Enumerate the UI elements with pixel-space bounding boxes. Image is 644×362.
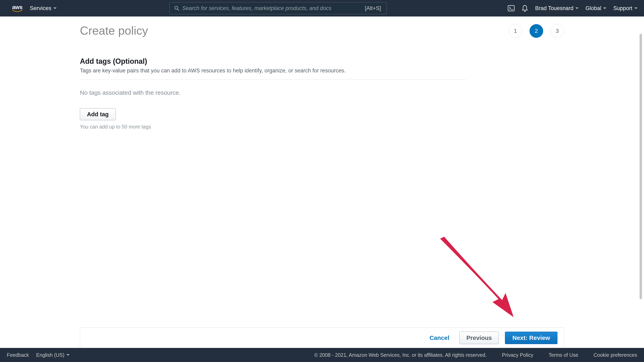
region-label: Global bbox=[586, 5, 601, 11]
support-label: Support bbox=[613, 5, 632, 11]
tag-limit-hint: You can add up to 50 more tags bbox=[80, 124, 466, 130]
wizard-footer: Cancel Previous Next: Review bbox=[80, 328, 564, 348]
search-input[interactable] bbox=[182, 5, 365, 11]
language-label: English (US) bbox=[36, 352, 64, 358]
account-name: Brad Touesnard bbox=[535, 5, 573, 11]
svg-line-1 bbox=[178, 9, 179, 10]
chevron-down-icon bbox=[603, 7, 606, 9]
add-tag-button[interactable]: Add tag bbox=[80, 108, 116, 120]
svg-rect-2 bbox=[508, 6, 514, 11]
account-menu[interactable]: Brad Touesnard bbox=[535, 5, 578, 11]
tags-empty-state: No tags associated with the resource. bbox=[80, 89, 466, 96]
page-title: Create policy bbox=[80, 24, 148, 37]
topnav: aws Services [Alt+S] bbox=[0, 0, 644, 16]
services-menu[interactable]: Services bbox=[30, 5, 56, 11]
search-icon bbox=[174, 6, 179, 11]
step-indicator: 1 2 3 bbox=[508, 24, 564, 38]
aws-logo-text: aws bbox=[12, 4, 22, 10]
next-review-button[interactable]: Next: Review bbox=[505, 332, 558, 344]
services-label: Services bbox=[30, 5, 51, 11]
step-2[interactable]: 2 bbox=[530, 24, 543, 38]
feedback-link[interactable]: Feedback bbox=[7, 352, 29, 358]
wizard-page: Create policy 1 2 3 Add tags (Optional) … bbox=[80, 16, 564, 348]
step-3[interactable]: 3 bbox=[550, 24, 564, 38]
tags-section: Add tags (Optional) Tags are key-value p… bbox=[80, 57, 466, 130]
search-shortcut-hint: [Alt+S] bbox=[365, 5, 381, 11]
chevron-down-icon bbox=[634, 7, 638, 9]
support-menu[interactable]: Support bbox=[613, 5, 638, 11]
divider bbox=[80, 79, 466, 80]
scrollbar-thumb[interactable] bbox=[640, 34, 642, 299]
privacy-link[interactable]: Privacy Policy bbox=[502, 352, 533, 358]
bell-icon bbox=[522, 5, 528, 12]
terms-link[interactable]: Terms of Use bbox=[548, 352, 578, 358]
aws-smile-icon bbox=[12, 10, 22, 12]
language-menu[interactable]: English (US) bbox=[36, 352, 70, 358]
section-title: Add tags (Optional) bbox=[80, 57, 466, 65]
cloudshell-icon bbox=[508, 5, 514, 11]
cloudshell-button[interactable] bbox=[508, 5, 514, 12]
previous-button[interactable]: Previous bbox=[460, 332, 499, 344]
aws-logo[interactable]: aws bbox=[12, 4, 22, 12]
scrollbar[interactable] bbox=[638, 34, 643, 348]
cancel-button[interactable]: Cancel bbox=[426, 335, 453, 341]
cookie-prefs-link[interactable]: Cookie preferences bbox=[594, 352, 637, 358]
step-1[interactable]: 1 bbox=[508, 24, 522, 38]
page-header: Create policy 1 2 3 bbox=[80, 24, 564, 38]
chevron-down-icon bbox=[66, 354, 70, 356]
notifications-button[interactable] bbox=[522, 5, 528, 12]
region-menu[interactable]: Global bbox=[586, 5, 606, 11]
annotation-arrow-icon bbox=[432, 233, 525, 325]
section-description: Tags are key-value pairs that you can ad… bbox=[80, 67, 466, 74]
copyright-text: © 2008 - 2021, Amazon Web Services, Inc.… bbox=[314, 352, 487, 358]
chevron-down-icon bbox=[53, 7, 56, 9]
main-viewport: Create policy 1 2 3 Add tags (Optional) … bbox=[0, 16, 644, 348]
chevron-down-icon bbox=[575, 7, 578, 9]
global-search[interactable]: [Alt+S] bbox=[170, 2, 387, 14]
nav-right: Brad Touesnard Global Support bbox=[508, 5, 638, 12]
statusbar: Feedback English (US) © 2008 - 2021, Ama… bbox=[0, 348, 644, 362]
